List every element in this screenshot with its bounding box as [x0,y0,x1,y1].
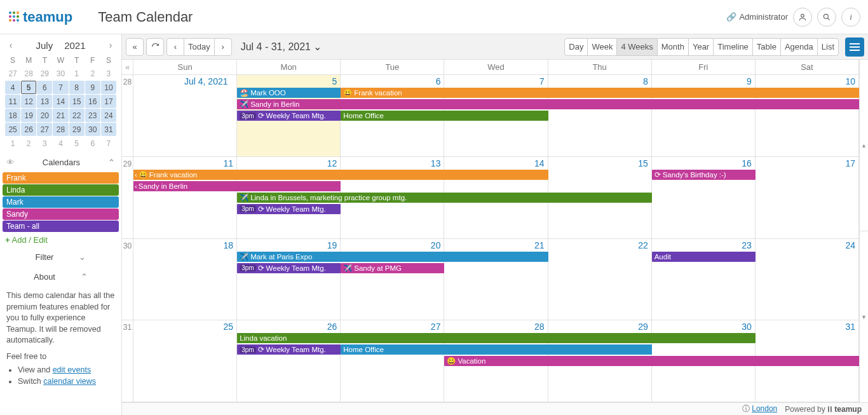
day-number[interactable]: 16 [652,157,756,170]
day-number[interactable]: 26 [237,320,341,333]
mini-day[interactable]: 26 [21,123,36,136]
day-number[interactable]: 21 [444,239,548,252]
day-number[interactable]: 13 [341,157,444,170]
mini-day[interactable]: 9 [85,81,100,94]
mini-day[interactable]: 29 [69,123,85,136]
day-number[interactable]: 10 [756,75,859,88]
edit-events-link[interactable]: edit events [53,365,91,374]
event[interactable]: Linda vacation [237,333,756,343]
mini-day[interactable]: 3 [37,137,52,150]
range-selector[interactable]: Jul 4 - 31, 2021 ⌄ [241,41,322,53]
mini-day[interactable]: 25 [5,123,20,136]
view-tab-year[interactable]: Year [688,38,714,56]
day-number[interactable]: 15 [548,157,652,170]
search-icon[interactable] [817,8,836,27]
day-number[interactable]: 12 [237,157,341,170]
mini-day[interactable]: 8 [69,81,85,94]
day-number[interactable]: 30 [652,320,756,333]
mini-day[interactable]: 27 [5,67,20,80]
nav-prev[interactable]: ‹ [166,38,184,56]
mini-day[interactable]: 4 [53,137,68,150]
view-tab-table[interactable]: Table [752,38,781,56]
event[interactable]: Home Office [341,111,548,121]
event[interactable]: 🏖️Mark OOO [237,88,341,98]
event[interactable]: ‹Sandy in Berlin [133,181,341,191]
mini-day[interactable]: 30 [85,123,100,136]
event[interactable]: 3pm⟳Weekly Team Mtg. [237,204,341,214]
mini-day[interactable]: 16 [85,95,100,108]
view-tab-day[interactable]: Day [564,38,588,56]
day-number[interactable]: 27 [341,320,444,333]
mini-day[interactable]: 29 [37,67,52,80]
day-number[interactable]: 9 [652,75,756,88]
menu-button[interactable] [845,37,864,57]
info-icon[interactable]: i [841,8,860,27]
day-number[interactable]: 5 [237,75,341,88]
scroll-up[interactable]: ▲ [860,60,868,231]
event[interactable]: ⟳Sandy's Birthday :-) [652,170,756,180]
day-number[interactable]: 23 [652,239,756,252]
day-number[interactable]: 7 [444,75,548,88]
day-number[interactable]: 29 [548,320,652,333]
week-num[interactable]: 30 [122,239,133,321]
event[interactable]: 😀Vacation [444,356,859,366]
refresh-button[interactable] [146,38,164,56]
mini-day[interactable]: 22 [69,109,85,122]
mini-day[interactable]: 7 [53,81,68,94]
admin-link[interactable]: 🔗 Administrator [726,12,788,22]
day-number[interactable]: 20 [341,239,444,252]
calendar-pill[interactable]: Frank [3,172,119,184]
tz-link[interactable]: London [752,404,777,413]
mini-day[interactable]: 3 [101,67,116,80]
event[interactable]: ✈️Sandy at PMG [341,263,444,273]
nav-next[interactable]: › [214,38,232,56]
day-number[interactable]: 24 [756,239,859,252]
event[interactable]: ✈️Mark at Paris Expo [237,252,548,262]
mini-day[interactable]: 18 [5,109,20,122]
event[interactable]: 😀Frank vacation [341,88,859,98]
scroll-down[interactable]: ▼ [860,231,868,402]
calendar-pill[interactable]: Linda [3,184,119,196]
day-number[interactable]: 28 [444,320,548,333]
calendars-section[interactable]: 👁 Calendars ⌃ [0,153,121,172]
calendar-pill[interactable]: Mark [3,196,119,208]
nav-first[interactable]: « [126,38,144,56]
day-number[interactable]: 6 [341,75,444,88]
day-number[interactable]: 8 [548,75,652,88]
mini-day[interactable]: 11 [5,95,20,108]
week-num[interactable]: 31 [122,320,133,402]
mini-day[interactable]: 23 [85,109,100,122]
mini-day[interactable]: 28 [21,67,36,80]
calendar-pill[interactable]: Sandy [3,208,119,220]
mini-day[interactable]: 6 [37,81,52,94]
mini-day[interactable]: 5 [21,81,36,94]
mini-day[interactable]: 15 [69,95,85,108]
event[interactable]: ‹😀Frank vacation [133,170,548,180]
mini-day[interactable]: 28 [53,123,68,136]
mini-day[interactable]: 1 [5,137,20,150]
mini-day[interactable]: 14 [53,95,68,108]
view-tab-4weeks[interactable]: 4 Weeks [616,38,657,56]
mini-day[interactable]: 31 [101,123,116,136]
view-tab-week[interactable]: Week [587,38,617,56]
day-number[interactable]: 11 [133,157,237,170]
collapse-icon[interactable]: « [122,60,133,75]
day-number[interactable]: 31 [756,320,859,333]
event[interactable]: 3pm⟳Weekly Team Mtg. [237,263,341,273]
mini-day[interactable]: 2 [85,67,100,80]
view-tab-timeline[interactable]: Timeline [713,38,753,56]
event[interactable]: Home Office [341,344,651,355]
day-number[interactable]: 19 [237,239,341,252]
filter-section[interactable]: Filter ⌄ [0,247,121,267]
today-button[interactable]: Today [184,38,215,56]
mini-day[interactable]: 21 [53,109,68,122]
day-number[interactable]: 25 [133,320,237,333]
about-section[interactable]: About ⌃ [0,267,121,287]
mini-day[interactable]: 20 [37,109,52,122]
user-icon[interactable] [793,8,812,27]
view-tab-list[interactable]: List [817,38,839,56]
mini-prev[interactable]: ‹ [5,39,17,51]
mini-day[interactable]: 5 [69,137,85,150]
calendar-views-link[interactable]: calendar views [43,377,96,386]
view-tab-month[interactable]: Month [657,38,689,56]
